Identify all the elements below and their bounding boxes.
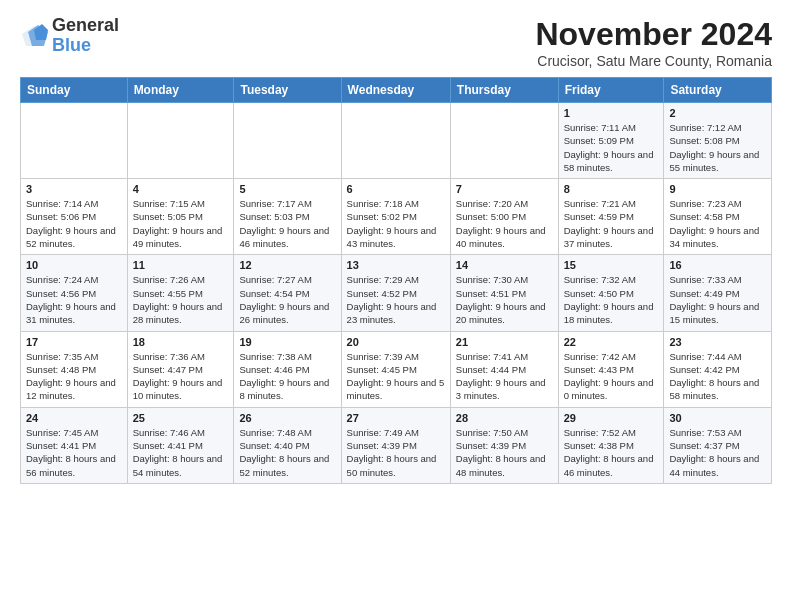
calendar-body: 1Sunrise: 7:11 AMSunset: 5:09 PMDaylight…	[21, 103, 772, 484]
day-number: 25	[133, 412, 229, 424]
day-info: Sunrise: 7:21 AMSunset: 4:59 PMDaylight:…	[564, 197, 659, 250]
day-info: Sunrise: 7:46 AMSunset: 4:41 PMDaylight:…	[133, 426, 229, 479]
day-cell: 25Sunrise: 7:46 AMSunset: 4:41 PMDayligh…	[127, 407, 234, 483]
day-number: 2	[669, 107, 766, 119]
day-cell: 7Sunrise: 7:20 AMSunset: 5:00 PMDaylight…	[450, 179, 558, 255]
week-row-2: 10Sunrise: 7:24 AMSunset: 4:56 PMDayligh…	[21, 255, 772, 331]
day-info: Sunrise: 7:36 AMSunset: 4:47 PMDaylight:…	[133, 350, 229, 403]
day-number: 29	[564, 412, 659, 424]
day-number: 8	[564, 183, 659, 195]
day-cell: 29Sunrise: 7:52 AMSunset: 4:38 PMDayligh…	[558, 407, 664, 483]
day-info: Sunrise: 7:23 AMSunset: 4:58 PMDaylight:…	[669, 197, 766, 250]
day-cell: 15Sunrise: 7:32 AMSunset: 4:50 PMDayligh…	[558, 255, 664, 331]
day-info: Sunrise: 7:27 AMSunset: 4:54 PMDaylight:…	[239, 273, 335, 326]
day-info: Sunrise: 7:50 AMSunset: 4:39 PMDaylight:…	[456, 426, 553, 479]
day-cell: 21Sunrise: 7:41 AMSunset: 4:44 PMDayligh…	[450, 331, 558, 407]
day-cell: 13Sunrise: 7:29 AMSunset: 4:52 PMDayligh…	[341, 255, 450, 331]
day-cell: 6Sunrise: 7:18 AMSunset: 5:02 PMDaylight…	[341, 179, 450, 255]
day-cell: 1Sunrise: 7:11 AMSunset: 5:09 PMDaylight…	[558, 103, 664, 179]
day-info: Sunrise: 7:24 AMSunset: 4:56 PMDaylight:…	[26, 273, 122, 326]
header-day-friday: Friday	[558, 78, 664, 103]
day-cell	[234, 103, 341, 179]
day-cell: 11Sunrise: 7:26 AMSunset: 4:55 PMDayligh…	[127, 255, 234, 331]
logo-line2: Blue	[52, 36, 119, 56]
day-cell: 17Sunrise: 7:35 AMSunset: 4:48 PMDayligh…	[21, 331, 128, 407]
day-cell: 10Sunrise: 7:24 AMSunset: 4:56 PMDayligh…	[21, 255, 128, 331]
week-row-0: 1Sunrise: 7:11 AMSunset: 5:09 PMDaylight…	[21, 103, 772, 179]
day-cell: 3Sunrise: 7:14 AMSunset: 5:06 PMDaylight…	[21, 179, 128, 255]
day-info: Sunrise: 7:35 AMSunset: 4:48 PMDaylight:…	[26, 350, 122, 403]
header-row: SundayMondayTuesdayWednesdayThursdayFrid…	[21, 78, 772, 103]
day-cell: 20Sunrise: 7:39 AMSunset: 4:45 PMDayligh…	[341, 331, 450, 407]
page: General Blue November 2024 Crucisor, Sat…	[0, 0, 792, 612]
day-number: 30	[669, 412, 766, 424]
header: General Blue November 2024 Crucisor, Sat…	[20, 16, 772, 69]
day-cell: 23Sunrise: 7:44 AMSunset: 4:42 PMDayligh…	[664, 331, 772, 407]
day-cell: 2Sunrise: 7:12 AMSunset: 5:08 PMDaylight…	[664, 103, 772, 179]
title-block: November 2024 Crucisor, Satu Mare County…	[535, 16, 772, 69]
day-cell: 14Sunrise: 7:30 AMSunset: 4:51 PMDayligh…	[450, 255, 558, 331]
day-info: Sunrise: 7:26 AMSunset: 4:55 PMDaylight:…	[133, 273, 229, 326]
day-info: Sunrise: 7:38 AMSunset: 4:46 PMDaylight:…	[239, 350, 335, 403]
day-cell	[341, 103, 450, 179]
header-day-wednesday: Wednesday	[341, 78, 450, 103]
day-number: 1	[564, 107, 659, 119]
day-cell: 4Sunrise: 7:15 AMSunset: 5:05 PMDaylight…	[127, 179, 234, 255]
logo-line1: General	[52, 16, 119, 36]
day-info: Sunrise: 7:48 AMSunset: 4:40 PMDaylight:…	[239, 426, 335, 479]
header-day-tuesday: Tuesday	[234, 78, 341, 103]
day-cell: 28Sunrise: 7:50 AMSunset: 4:39 PMDayligh…	[450, 407, 558, 483]
day-cell: 22Sunrise: 7:42 AMSunset: 4:43 PMDayligh…	[558, 331, 664, 407]
day-info: Sunrise: 7:17 AMSunset: 5:03 PMDaylight:…	[239, 197, 335, 250]
day-cell	[450, 103, 558, 179]
day-number: 11	[133, 259, 229, 271]
day-cell: 24Sunrise: 7:45 AMSunset: 4:41 PMDayligh…	[21, 407, 128, 483]
day-number: 15	[564, 259, 659, 271]
day-number: 22	[564, 336, 659, 348]
logo-text: General Blue	[52, 16, 119, 56]
day-info: Sunrise: 7:14 AMSunset: 5:06 PMDaylight:…	[26, 197, 122, 250]
day-info: Sunrise: 7:11 AMSunset: 5:09 PMDaylight:…	[564, 121, 659, 174]
day-info: Sunrise: 7:32 AMSunset: 4:50 PMDaylight:…	[564, 273, 659, 326]
day-number: 24	[26, 412, 122, 424]
day-info: Sunrise: 7:44 AMSunset: 4:42 PMDaylight:…	[669, 350, 766, 403]
header-day-sunday: Sunday	[21, 78, 128, 103]
day-number: 17	[26, 336, 122, 348]
day-info: Sunrise: 7:52 AMSunset: 4:38 PMDaylight:…	[564, 426, 659, 479]
logo-icon	[20, 24, 48, 48]
day-cell: 8Sunrise: 7:21 AMSunset: 4:59 PMDaylight…	[558, 179, 664, 255]
day-info: Sunrise: 7:42 AMSunset: 4:43 PMDaylight:…	[564, 350, 659, 403]
header-day-thursday: Thursday	[450, 78, 558, 103]
day-info: Sunrise: 7:20 AMSunset: 5:00 PMDaylight:…	[456, 197, 553, 250]
week-row-3: 17Sunrise: 7:35 AMSunset: 4:48 PMDayligh…	[21, 331, 772, 407]
week-row-1: 3Sunrise: 7:14 AMSunset: 5:06 PMDaylight…	[21, 179, 772, 255]
calendar: SundayMondayTuesdayWednesdayThursdayFrid…	[20, 77, 772, 484]
day-number: 13	[347, 259, 445, 271]
day-number: 23	[669, 336, 766, 348]
day-cell: 5Sunrise: 7:17 AMSunset: 5:03 PMDaylight…	[234, 179, 341, 255]
day-number: 21	[456, 336, 553, 348]
day-number: 7	[456, 183, 553, 195]
day-info: Sunrise: 7:39 AMSunset: 4:45 PMDaylight:…	[347, 350, 445, 403]
day-cell: 27Sunrise: 7:49 AMSunset: 4:39 PMDayligh…	[341, 407, 450, 483]
day-cell: 9Sunrise: 7:23 AMSunset: 4:58 PMDaylight…	[664, 179, 772, 255]
day-cell	[127, 103, 234, 179]
day-number: 28	[456, 412, 553, 424]
day-info: Sunrise: 7:45 AMSunset: 4:41 PMDaylight:…	[26, 426, 122, 479]
day-info: Sunrise: 7:29 AMSunset: 4:52 PMDaylight:…	[347, 273, 445, 326]
day-cell: 16Sunrise: 7:33 AMSunset: 4:49 PMDayligh…	[664, 255, 772, 331]
day-info: Sunrise: 7:12 AMSunset: 5:08 PMDaylight:…	[669, 121, 766, 174]
day-info: Sunrise: 7:41 AMSunset: 4:44 PMDaylight:…	[456, 350, 553, 403]
header-day-monday: Monday	[127, 78, 234, 103]
day-number: 19	[239, 336, 335, 348]
day-cell	[21, 103, 128, 179]
month-title: November 2024	[535, 16, 772, 53]
day-number: 12	[239, 259, 335, 271]
day-info: Sunrise: 7:53 AMSunset: 4:37 PMDaylight:…	[669, 426, 766, 479]
day-number: 5	[239, 183, 335, 195]
day-cell: 18Sunrise: 7:36 AMSunset: 4:47 PMDayligh…	[127, 331, 234, 407]
header-day-saturday: Saturday	[664, 78, 772, 103]
calendar-header: SundayMondayTuesdayWednesdayThursdayFrid…	[21, 78, 772, 103]
day-info: Sunrise: 7:15 AMSunset: 5:05 PMDaylight:…	[133, 197, 229, 250]
day-info: Sunrise: 7:30 AMSunset: 4:51 PMDaylight:…	[456, 273, 553, 326]
